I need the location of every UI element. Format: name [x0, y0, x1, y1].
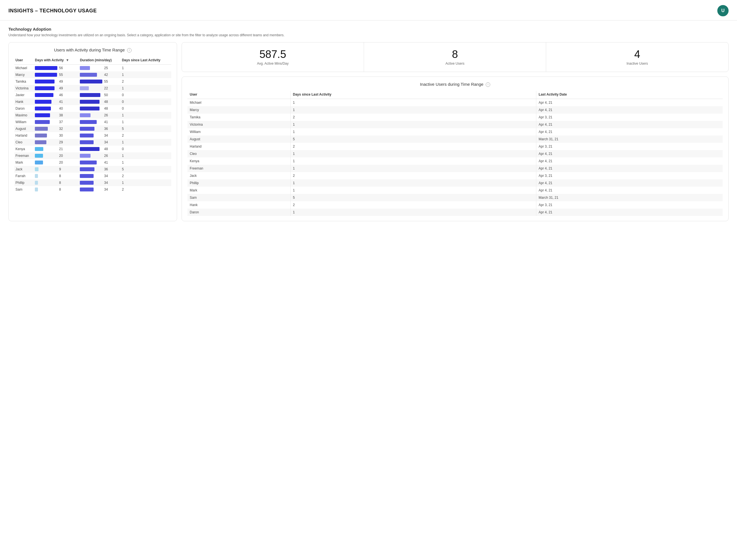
inactive-col-user: User	[187, 91, 290, 99]
inactive-user-name: Harland	[187, 143, 290, 150]
inactive-last-date: Apr 3, 21	[536, 114, 723, 121]
duration-cell: 50	[79, 92, 121, 98]
duration-value: 50	[104, 93, 110, 97]
user-name: Mark	[14, 159, 34, 166]
table-row: Freeman 20 26 1	[14, 152, 171, 159]
list-item: Jack 2 Apr 3, 21	[187, 172, 723, 179]
days-since-value: 1	[121, 85, 171, 92]
days-value: 56	[59, 66, 65, 70]
days-cell: 8	[34, 173, 79, 179]
table-row: Phillip 8 34 1	[14, 179, 171, 186]
inactive-last-date: Apr 3, 21	[536, 143, 723, 150]
days-since-value: 0	[121, 92, 171, 98]
duration-value: 42	[104, 73, 110, 77]
inactive-card: Inactive Users during Time Range i User …	[182, 76, 729, 221]
list-item: William 1 Apr 4, 21	[187, 128, 723, 136]
user-name: William	[14, 119, 34, 125]
sort-icon: ▼	[66, 58, 69, 62]
duration-value: 34	[104, 134, 110, 137]
user-name: Phillip	[14, 179, 34, 186]
duration-cell: 48	[79, 105, 121, 112]
inactive-days-since: 1	[290, 99, 536, 106]
inactive-days-since: 2	[290, 201, 536, 209]
days-value: 20	[59, 161, 65, 164]
user-name: Sam	[14, 186, 34, 193]
list-item: Hank 2 Apr 3, 21	[187, 201, 723, 209]
main-grid: Users with Activity during Time Range i …	[8, 42, 729, 221]
table-row: Farrah 8 34 2	[14, 173, 171, 179]
page-header: INSIGHTS – TECHNOLOGY USAGE U	[0, 0, 737, 21]
stat-label: Active Users	[369, 62, 541, 66]
list-item: Harland 2 Apr 3, 21	[187, 143, 723, 150]
days-cell: 40	[34, 105, 79, 112]
col-days-with-activity[interactable]: Days with Activity ▼	[34, 57, 79, 65]
inactive-user-name: Phillip	[187, 179, 290, 187]
list-item: Tamika 2 Apr 3, 21	[187, 114, 723, 121]
days-cell: 46	[34, 92, 79, 98]
days-value: 30	[59, 134, 65, 137]
days-value: 41	[59, 100, 65, 104]
duration-value: 25	[104, 66, 110, 70]
duration-cell: 41	[79, 119, 121, 125]
inactive-last-date: Apr 4, 21	[536, 150, 723, 157]
days-value: 38	[59, 113, 65, 117]
days-value: 49	[59, 86, 65, 90]
duration-cell: 22	[79, 85, 121, 92]
user-name: Marcy	[14, 71, 34, 78]
list-item: Kenya 1 Apr 4, 21	[187, 157, 723, 165]
days-cell: 21	[34, 146, 79, 152]
list-item: Freeman 1 Apr 4, 21	[187, 165, 723, 172]
duration-value: 22	[104, 86, 110, 90]
inactive-user-name: Marcy	[187, 106, 290, 114]
days-value: 29	[59, 140, 65, 144]
avatar[interactable]: U	[717, 5, 729, 16]
inactive-info-icon[interactable]: i	[486, 82, 490, 87]
inactive-days-since: 1	[290, 150, 536, 157]
days-since-value: 1	[121, 139, 171, 146]
list-item: Mark 1 Apr 4, 21	[187, 187, 723, 194]
days-value: 32	[59, 127, 65, 131]
inactive-last-date: March 31, 21	[536, 194, 723, 201]
days-since-value: 1	[121, 65, 171, 72]
user-name: Kenya	[14, 146, 34, 152]
col-days-since: Days since Last Activity	[121, 57, 171, 65]
duration-cell: 26	[79, 112, 121, 119]
days-cell: 29	[34, 139, 79, 146]
table-row: Victorina 49 22 1	[14, 85, 171, 92]
list-item: Daron 1 Apr 4, 21	[187, 209, 723, 216]
stat-box: 8 Active Users	[364, 42, 546, 72]
inactive-user-name: Sam	[187, 194, 290, 201]
days-since-value: 0	[121, 105, 171, 112]
table-row: Marcy 55 42 1	[14, 71, 171, 78]
days-cell: 8	[34, 179, 79, 186]
duration-value: 48	[104, 147, 110, 151]
list-item: Marcy 1 Apr 4, 21	[187, 106, 723, 114]
days-cell: 38	[34, 112, 79, 119]
inactive-col-days-since: Days since Last Activity	[290, 91, 536, 99]
inactive-table: User Days since Last Activity Last Activ…	[187, 91, 723, 216]
inactive-days-since: 1	[290, 165, 536, 172]
inactive-user-name: Victorina	[187, 121, 290, 128]
inactive-days-since: 2	[290, 114, 536, 121]
duration-cell: 34	[79, 179, 121, 186]
list-item: Cleo 1 Apr 4, 21	[187, 150, 723, 157]
page-title: INSIGHTS – TECHNOLOGY USAGE	[8, 8, 97, 14]
days-since-value: 1	[121, 119, 171, 125]
inactive-days-since: 2	[290, 143, 536, 150]
inactive-days-since: 1	[290, 179, 536, 187]
duration-value: 48	[104, 107, 110, 110]
inactive-days-since: 1	[290, 187, 536, 194]
activity-table: User Days with Activity ▼ Duration (mins…	[14, 57, 171, 193]
days-cell: 56	[34, 65, 79, 72]
inactive-days-since: 1	[290, 157, 536, 165]
inactive-days-since: 5	[290, 194, 536, 201]
duration-value: 36	[104, 167, 110, 171]
activity-info-icon[interactable]: i	[127, 48, 132, 53]
inactive-last-date: Apr 4, 21	[536, 165, 723, 172]
days-since-value: 2	[121, 132, 171, 139]
days-cell: 49	[34, 85, 79, 92]
table-row: Mark 20 41 1	[14, 159, 171, 166]
section-title: Technology Adoption	[8, 27, 729, 31]
days-since-value: 2	[121, 186, 171, 193]
inactive-user-name: Freeman	[187, 165, 290, 172]
